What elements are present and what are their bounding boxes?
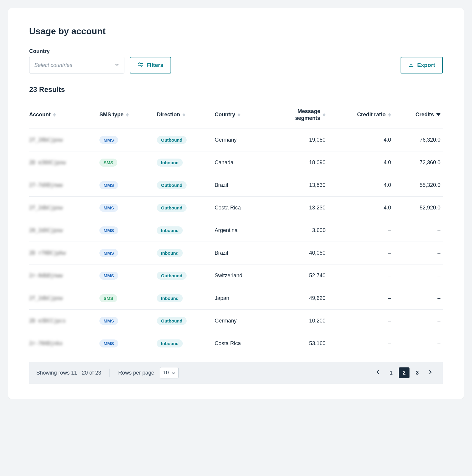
col-message-segments[interactable]: Messagesegments [269,101,328,129]
pager-page-3[interactable]: 3 [412,367,423,378]
pager-page-1[interactable]: 1 [386,367,396,378]
export-label: Export [417,62,435,68]
cell-message-segments: 13,230 [269,197,328,219]
showing-text: Showing rows 11 - 20 of 23 [36,370,101,376]
cell-credits: 72,360.0 [393,151,443,174]
col-credit-ratio[interactable]: Credit ratio [328,101,393,129]
cell-account: 2f_2dbCjpxw [29,197,99,219]
pager-prev[interactable] [373,367,383,378]
sort-desc-icon [436,112,440,118]
sort-icon [388,113,391,117]
filters-button[interactable]: Filters [130,57,171,73]
account-id: 2r-70XDjnkx [29,340,63,346]
cell-credit-ratio: 4.0 [328,174,393,197]
cell-sms-type: MMS [99,242,157,264]
direction-badge: Inbound [157,339,183,347]
cell-message-segments: 53,160 [269,332,328,355]
cell-sms-type: MMS [99,219,157,242]
cell-sms-type: SMS [99,287,157,310]
cell-account: 2D e30XCjpxw [29,151,99,174]
pager-next[interactable] [425,367,436,378]
sliders-icon [137,62,143,69]
direction-badge: Inbound [157,249,183,257]
cell-direction: Outbound [157,197,215,219]
cell-direction: Inbound [157,332,215,355]
account-id: 2f_28bCjpxw [29,137,63,143]
direction-badge: Outbound [157,272,187,280]
country-select[interactable]: Select countries [29,57,124,73]
direction-badge: Outbound [157,136,187,144]
svg-marker-15 [388,115,391,117]
rows-per-page-group: Rows per page: 10 [118,367,179,378]
cell-credit-ratio: 4.0 [328,197,393,219]
rows-per-page-value: 10 [163,370,169,376]
svg-point-3 [141,65,142,66]
cell-message-segments: 18,090 [269,151,328,174]
account-id: 2D e3DCCjpcs [29,318,66,324]
cell-country: Costa Rica [215,197,269,219]
results-count: 23 Results [29,85,443,94]
divider [110,369,110,377]
pagination-bar: Showing rows 11 - 20 of 23 Rows per page… [29,362,443,384]
cell-account: 27-7dXDjnww [29,174,99,197]
sms-type-badge: MMS [99,226,118,234]
cell-credits: – [393,219,443,242]
cell-credits: – [393,287,443,310]
account-id: 2f_2dbCjpxw [29,295,63,301]
sms-type-badge: MMS [99,317,118,325]
sms-type-badge: MMS [99,204,118,212]
svg-point-2 [139,63,140,64]
col-country[interactable]: Country [215,101,269,129]
svg-marker-9 [182,115,185,117]
cell-direction: Outbound [157,129,215,151]
svg-marker-13 [323,115,326,117]
cell-country: Brazil [215,174,269,197]
direction-badge: Outbound [157,181,187,189]
country-placeholder: Select countries [34,62,72,68]
sort-icon [182,113,185,117]
table-row: 2f_28bCjpxwMMSOutboundGermany19,0804.076… [29,129,443,151]
direction-badge: Inbound [157,159,183,167]
cell-country: Argentina [215,219,269,242]
cell-message-segments: 19,080 [269,129,328,151]
cell-message-segments: 3,600 [269,219,328,242]
cell-credit-ratio: – [328,332,393,355]
rows-per-page-select[interactable]: 10 [160,367,179,378]
account-id: 2D r70DCjpkw [29,250,66,256]
sms-type-badge: MMS [99,136,118,144]
cell-credits: – [393,332,443,355]
sort-icon [126,113,129,117]
sort-icon [237,113,240,117]
table-wrap: Account SMS type [29,101,443,355]
cell-direction: Inbound [157,219,215,242]
col-direction[interactable]: Direction [157,101,215,129]
sms-type-badge: MMS [99,181,118,189]
col-account[interactable]: Account [29,101,99,129]
rows-per-page-label: Rows per page: [118,370,156,376]
cell-message-segments: 52,740 [269,264,328,287]
cell-sms-type: MMS [99,197,157,219]
account-id: 2D e30XCjpxw [29,159,66,165]
table-row: 20_2dXCjpxwMMSInboundArgentina3,600–– [29,219,443,242]
table-row: 2f_2dbCjpxwMMSOutboundCosta Rica13,2304.… [29,197,443,219]
table-row: 2r-70XDjnkxMMSInboundCosta Rica53,160–– [29,332,443,355]
cell-country: Brazil [215,242,269,264]
account-id: 20_2dXCjpxw [29,227,63,233]
table-row: 2D r70DCjpkwMMSInboundBrazil40,050–– [29,242,443,264]
filters-label: Filters [146,62,163,68]
cell-direction: Inbound [157,151,215,174]
pager-page-2[interactable]: 2 [399,367,410,378]
cell-direction: Outbound [157,174,215,197]
cell-country: Germany [215,129,269,151]
cell-credit-ratio: 4.0 [328,151,393,174]
cell-country: Germany [215,310,269,332]
col-sms-type[interactable]: SMS type [99,101,157,129]
cell-sms-type: MMS [99,264,157,287]
cell-country: Costa Rica [215,332,269,355]
sms-type-badge: MMS [99,272,118,280]
export-button[interactable]: Export [401,57,443,73]
cell-credit-ratio: – [328,219,393,242]
cell-account: 2f_28bCjpxw [29,129,99,151]
cell-sms-type: MMS [99,174,157,197]
col-credits[interactable]: Credits [393,101,443,129]
